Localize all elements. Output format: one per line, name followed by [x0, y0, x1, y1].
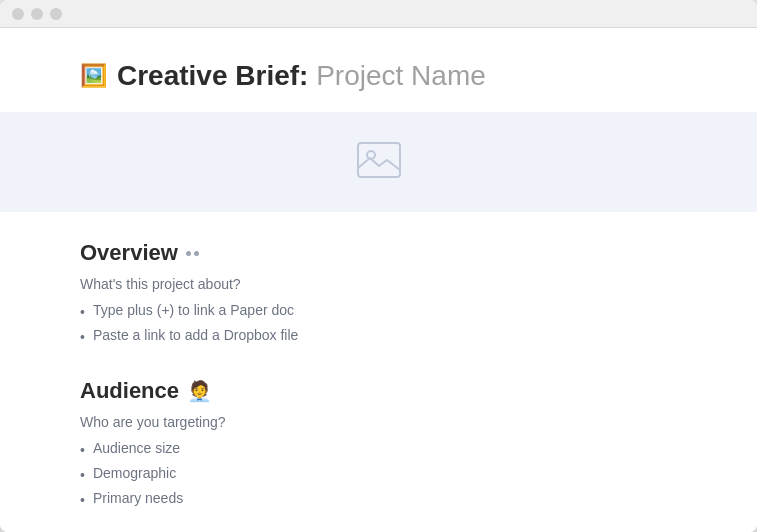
content-area: 🖼️ Creative Brief: Project Name Overview [0, 28, 757, 532]
list-item: Audience size [80, 438, 677, 463]
overview-heading-text: Overview [80, 240, 178, 266]
list-item-text: Type plus (+) to link a Paper doc [93, 302, 294, 318]
hero-banner [0, 112, 757, 212]
page-title-accent: Project Name [316, 60, 486, 91]
list-item-text: Demographic [93, 465, 176, 481]
audience-heading: Audience 🧑‍💼 [80, 378, 677, 404]
page-header: 🖼️ Creative Brief: Project Name [0, 28, 757, 112]
list-item-text: Audience size [93, 440, 180, 456]
dot-2 [194, 251, 199, 256]
svg-rect-0 [358, 143, 400, 177]
audience-heading-text: Audience [80, 378, 179, 404]
list-item: Demographic [80, 463, 677, 488]
dot-1 [186, 251, 191, 256]
overview-dots [186, 251, 199, 256]
list-item: Primary needs [80, 488, 677, 513]
audience-emoji: 🧑‍💼 [187, 379, 212, 403]
audience-section: Audience 🧑‍💼 Who are you targeting? Audi… [0, 378, 757, 532]
titlebar-maximize-dot [50, 8, 62, 20]
overview-subtitle: What's this project about? [80, 276, 677, 292]
page-title-bold: Creative Brief: [117, 60, 308, 91]
app-window: 🖼️ Creative Brief: Project Name Overview [0, 0, 757, 532]
overview-section: Overview What's this project about? Type… [0, 240, 757, 378]
image-placeholder-icon [357, 142, 401, 182]
titlebar-minimize-dot [31, 8, 43, 20]
list-item-text: Primary needs [93, 490, 183, 506]
list-item: Paste a link to add a Dropbox file [80, 325, 677, 350]
audience-list: Audience size Demographic Primary needs [80, 438, 677, 513]
overview-heading: Overview [80, 240, 677, 266]
list-item: Type plus (+) to link a Paper doc [80, 300, 677, 325]
page-title: Creative Brief: Project Name [117, 60, 486, 92]
titlebar [0, 0, 757, 28]
audience-subtitle: Who are you targeting? [80, 414, 677, 430]
titlebar-close-dot [12, 8, 24, 20]
list-item-text: Paste a link to add a Dropbox file [93, 327, 298, 343]
overview-list: Type plus (+) to link a Paper doc Paste … [80, 300, 677, 350]
page-icon: 🖼️ [80, 65, 107, 87]
